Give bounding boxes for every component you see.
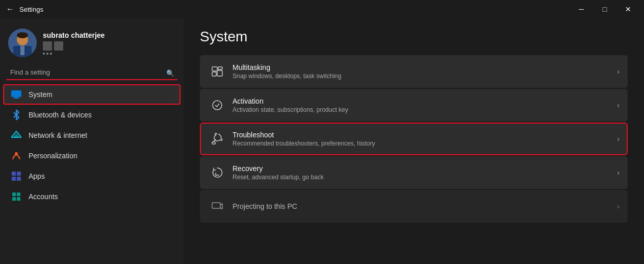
troubleshoot-desc: Recommended troubleshooters, preferences… [233,140,617,147]
minimize-button[interactable]: ─ [570,0,593,18]
svg-rect-13 [12,177,16,181]
troubleshoot-title: Troubleshoot [233,131,617,139]
sidebar-item-system[interactable]: System [3,84,181,105]
activation-chevron: › [617,101,620,109]
troubleshoot-icon [208,130,226,148]
svg-rect-5 [11,90,21,97]
settings-list: Multitasking Snap windows, desktops, tas… [200,55,628,223]
user-info: subrato chatterjee [43,31,105,55]
activation-desc: Activation state, subscriptions, product… [233,106,617,113]
personalization-icon [11,151,21,161]
svg-rect-25 [212,203,220,208]
settings-item-projecting[interactable]: Projecting to this PC › [200,190,628,223]
sidebar-label-system: System [29,90,53,99]
svg-rect-19 [212,67,217,71]
multitasking-desc: Snap windows, desktops, task switching [233,73,617,80]
activation-icon [208,96,226,114]
sidebar-label-bluetooth: Bluetooth & devices [29,111,92,119]
svg-rect-7 [13,98,19,99]
troubleshoot-text: Troubleshoot Recommended troubleshooters… [233,131,617,147]
user-dots [43,53,105,55]
svg-point-23 [213,101,222,110]
multitasking-chevron: › [617,67,620,76]
svg-rect-15 [12,193,16,196]
svg-rect-21 [212,72,216,76]
bluetooth-icon [11,110,21,120]
activation-title: Activation [233,97,617,105]
projecting-text: Projecting to this PC [233,202,617,210]
search-icon: 🔍 [166,69,174,77]
svg-rect-22 [217,70,222,76]
network-icon [11,130,21,140]
svg-rect-20 [218,67,222,69]
badge-2 [54,41,63,51]
recovery-text: Recovery Reset, advanced startup, go bac… [233,164,617,181]
svg-rect-16 [17,193,20,196]
svg-rect-17 [12,197,16,201]
recovery-desc: Reset, advanced startup, go back [233,174,617,181]
nav-list: System Bluetooth & devices [0,84,184,264]
system-icon [11,89,21,100]
sidebar-item-bluetooth[interactable]: Bluetooth & devices [3,105,181,125]
sidebar-item-network[interactable]: Network & internet [3,125,181,146]
settings-item-activation[interactable]: Activation Activation state, subscriptio… [200,89,628,122]
svg-rect-12 [17,172,21,176]
recovery-title: Recovery [233,164,617,173]
svg-rect-24 [212,142,215,144]
recovery-icon [208,163,226,182]
sidebar-item-personalization[interactable]: Personalization [3,146,181,166]
multitasking-title: Multitasking [233,63,617,71]
svg-rect-11 [12,172,16,176]
svg-rect-2 [20,46,24,55]
svg-rect-14 [17,177,21,181]
multitasking-text: Multitasking Snap windows, desktops, tas… [233,63,617,80]
user-badges [43,41,105,51]
accounts-icon [11,191,21,202]
sidebar-label-accounts: Accounts [29,193,58,201]
close-button[interactable]: ✕ [616,0,640,18]
projecting-title: Projecting to this PC [233,202,617,210]
projecting-icon [208,197,226,215]
user-name: subrato chatterjee [43,31,105,39]
search-input[interactable] [6,65,177,80]
projecting-chevron: › [617,202,620,210]
avatar [8,29,37,57]
settings-item-multitasking[interactable]: Multitasking Snap windows, desktops, tas… [200,55,628,88]
activation-text: Activation Activation state, subscriptio… [233,97,617,113]
back-button[interactable]: ← [6,5,14,14]
user-profile[interactable]: subrato chatterjee [0,22,184,65]
svg-rect-18 [17,197,20,201]
sidebar-label-network: Network & internet [29,131,87,139]
badge-1 [43,41,52,51]
sidebar-label-personalization: Personalization [29,152,78,160]
title-bar-left: ← Settings [6,5,43,14]
app-title: Settings [19,6,43,13]
multitasking-icon [208,62,226,81]
settings-item-troubleshoot[interactable]: Troubleshoot Recommended troubleshooters… [200,123,628,155]
main-layout: subrato chatterjee 🔍 [0,18,644,264]
recovery-chevron: › [617,169,620,177]
svg-point-4 [17,32,28,38]
page-title: System [200,29,628,45]
maximize-button[interactable]: □ [593,0,616,18]
content-area: System Multitasking Snap windows, deskto… [184,18,644,264]
settings-item-recovery[interactable]: Recovery Reset, advanced startup, go bac… [200,156,628,189]
troubleshoot-chevron: › [617,135,620,143]
title-bar: ← Settings ─ □ ✕ [0,0,644,18]
apps-icon [11,171,21,181]
window-controls: ─ □ ✕ [570,0,640,18]
sidebar-label-apps: Apps [29,172,45,180]
sidebar-item-accounts[interactable]: Accounts [3,186,181,207]
sidebar-item-apps[interactable]: Apps [3,166,181,186]
search-box: 🔍 [6,65,177,80]
sidebar: subrato chatterjee 🔍 [0,18,184,264]
svg-point-10 [15,152,18,155]
